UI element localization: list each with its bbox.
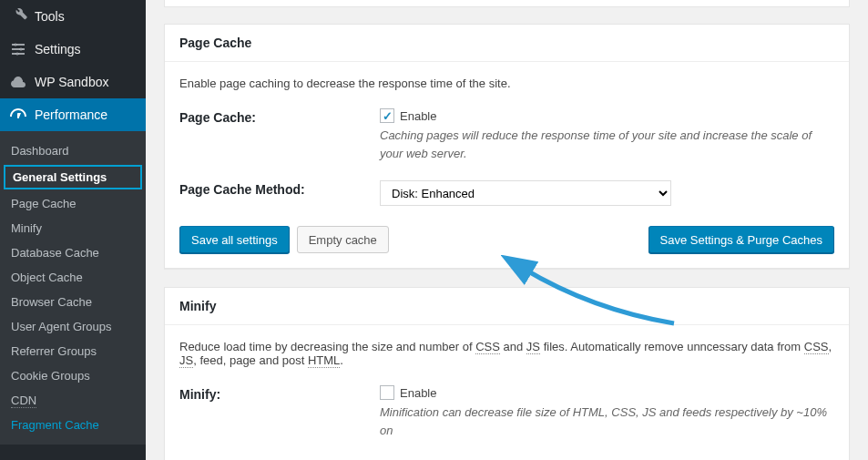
row-page-cache-method: Page Cache Method: Disk: Enhanced xyxy=(179,180,834,206)
row-page-cache-enable: Page Cache: Enable Caching pages will re… xyxy=(179,108,834,162)
main-content: Page Cache Enable page caching to decrea… xyxy=(146,0,868,460)
panel-title-page-cache: Page Cache xyxy=(165,25,849,62)
submenu-dashboard[interactable]: Dashboard xyxy=(0,138,146,163)
submenu-cookie-groups[interactable]: Cookie Groups xyxy=(0,363,146,388)
submenu-general-settings[interactable]: General Settings xyxy=(4,165,142,189)
checkbox-label-minify-enable: Enable xyxy=(400,386,436,400)
sidebar-item-wpsandbox[interactable]: WP Sandbox xyxy=(0,66,146,98)
submenu-page-cache[interactable]: Page Cache xyxy=(0,191,146,216)
sidebar-label: Settings xyxy=(35,42,81,56)
sidebar-label: Tools xyxy=(35,9,65,24)
sidebar-item-settings[interactable]: Settings xyxy=(0,33,146,66)
submenu-fragment-cache[interactable]: Fragment Cache xyxy=(0,413,146,437)
submenu-referrer-groups[interactable]: Referrer Groups xyxy=(0,339,146,363)
gauge-icon xyxy=(9,106,27,124)
sidebar-label: Performance xyxy=(35,107,107,122)
checkbox-label-enable: Enable xyxy=(400,109,436,123)
svg-point-0 xyxy=(15,44,17,46)
submenu-browser-cache[interactable]: Browser Cache xyxy=(0,290,146,314)
save-all-settings-button[interactable]: Save all settings xyxy=(179,226,290,253)
sliders-icon xyxy=(9,40,27,58)
wrench-icon xyxy=(9,7,27,26)
label-page-cache-method: Page Cache Method: xyxy=(179,180,380,197)
checkbox-page-cache-enable[interactable] xyxy=(380,108,394,123)
help-minify-enable: Minification can decrease file size of H… xyxy=(380,404,834,439)
label-page-cache: Page Cache: xyxy=(179,108,380,125)
page-cache-desc: Enable page caching to decrease the resp… xyxy=(179,77,834,90)
sidebar-label: WP Sandbox xyxy=(35,75,108,89)
row-minify-enable: Minify: Enable Minification can decrease… xyxy=(179,385,834,439)
admin-sidebar: Tools Settings WP Sandbox Performance Da… xyxy=(0,0,146,460)
panel-fragment-top xyxy=(164,0,850,7)
submenu-database-cache[interactable]: Database Cache xyxy=(0,240,146,265)
submenu-object-cache[interactable]: Object Cache xyxy=(0,265,146,290)
minify-desc: Reduce load time by decreasing the size … xyxy=(179,340,834,367)
sidebar-item-tools[interactable]: Tools xyxy=(0,0,146,33)
checkbox-minify-enable[interactable] xyxy=(380,385,394,400)
panel-title-minify: Minify xyxy=(165,288,849,325)
panel-page-cache: Page Cache Enable page caching to decrea… xyxy=(164,24,850,269)
submenu-performance: Dashboard General Settings Page Cache Mi… xyxy=(0,131,146,445)
page-cache-buttons: Save all settings Empty cache Save Setti… xyxy=(179,226,834,253)
save-purge-button[interactable]: Save Settings & Purge Caches xyxy=(648,226,835,253)
svg-point-2 xyxy=(16,53,19,56)
submenu-minify[interactable]: Minify xyxy=(0,216,146,240)
help-page-cache-enable: Caching pages will reduce the response t… xyxy=(380,127,834,162)
cloud-icon xyxy=(9,73,27,91)
select-page-cache-method[interactable]: Disk: Enhanced xyxy=(380,180,671,206)
label-minify: Minify: xyxy=(179,385,380,402)
submenu-user-agent-groups[interactable]: User Agent Groups xyxy=(0,314,146,339)
svg-point-1 xyxy=(20,48,23,51)
empty-cache-button[interactable]: Empty cache xyxy=(297,226,389,253)
panel-minify: Minify Reduce load time by decreasing th… xyxy=(164,287,850,460)
submenu-cdn[interactable]: CDN xyxy=(0,388,146,413)
sidebar-item-performance[interactable]: Performance xyxy=(0,98,146,131)
